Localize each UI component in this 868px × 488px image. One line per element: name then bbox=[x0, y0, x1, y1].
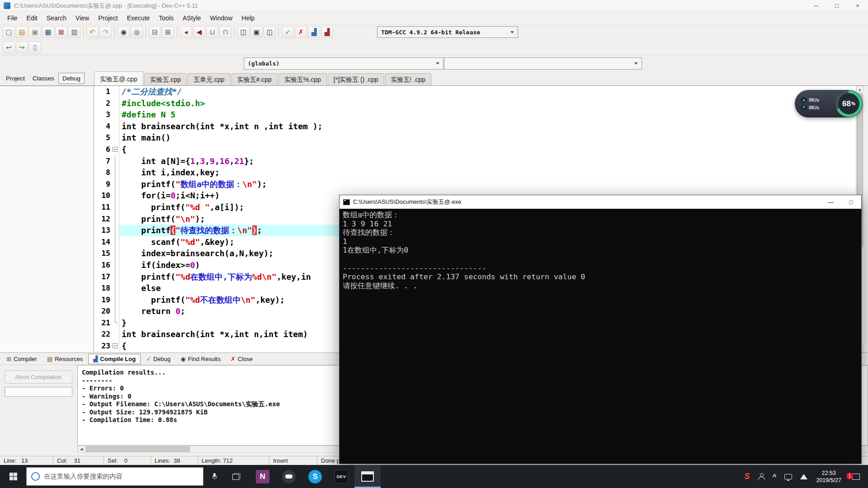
code-line-8[interactable]: 8 int i,index,key; bbox=[94, 167, 856, 178]
taskbar-app-onenote[interactable]: N bbox=[250, 465, 276, 488]
undo-icon[interactable]: ↶ bbox=[86, 26, 99, 38]
editor-tab-6[interactable]: 实验五! .cpp bbox=[385, 73, 431, 85]
save-icon[interactable]: ▣ bbox=[29, 26, 41, 38]
console-body[interactable]: 数组a中的数据：1 3 9 16 21待查找的数据：11在数组中,下标为0 --… bbox=[340, 209, 861, 464]
print-icon[interactable]: ▥ bbox=[68, 26, 80, 38]
project-browser-panel[interactable] bbox=[0, 86, 94, 352]
goto-line-icon[interactable]: ⊞ bbox=[162, 26, 174, 38]
menu-item-project[interactable]: Project bbox=[94, 12, 123, 24]
compiler-profile-select[interactable]: TDM-GCC 4.9.2 64-bit Release bbox=[377, 26, 518, 38]
run-icon[interactable]: ◀ bbox=[193, 26, 205, 38]
find-icon[interactable]: ◉ bbox=[118, 26, 130, 38]
taskbar-app-devcpp[interactable]: DEV bbox=[328, 465, 354, 488]
menu-item-window[interactable]: Window bbox=[205, 12, 237, 24]
menu-item-execute[interactable]: Execute bbox=[123, 12, 155, 24]
globals-combobox[interactable]: (globals) bbox=[244, 57, 443, 70]
menu-item-help[interactable]: Help bbox=[237, 12, 259, 24]
microphone-button[interactable] bbox=[205, 465, 223, 488]
taskbar-app-game[interactable] bbox=[276, 465, 302, 488]
code-line-3[interactable]: 3#define N 5 bbox=[94, 109, 856, 121]
task-view-button[interactable] bbox=[223, 465, 250, 488]
code-line-4[interactable]: 4int brainsearch(int *x,int n ,int item … bbox=[94, 121, 856, 132]
menu-item-view[interactable]: View bbox=[71, 12, 94, 24]
menu-item-astyle[interactable]: AStyle bbox=[178, 12, 205, 24]
taskbar-search-box[interactable]: 在这里输入你要搜索的内容 bbox=[26, 467, 203, 486]
compile-icon[interactable]: ◂ bbox=[180, 26, 192, 38]
action-center-button[interactable]: 1 bbox=[846, 465, 866, 488]
start-button[interactable] bbox=[0, 465, 26, 488]
window-layout-icon[interactable]: ◫ bbox=[264, 26, 276, 38]
close-file-icon[interactable]: ⊠ bbox=[55, 26, 67, 38]
bottom-tab-debug[interactable]: ✓Debug bbox=[142, 354, 175, 364]
editor-tab-1[interactable]: 实验五.cpp bbox=[144, 73, 187, 85]
panel-tab-project[interactable]: Project bbox=[2, 73, 28, 84]
menu-item-edit[interactable]: Edit bbox=[22, 12, 42, 24]
bottom-tab-compile-log[interactable]: ▟Compile Log bbox=[88, 354, 141, 364]
compile-run-icon[interactable]: ⊔ bbox=[206, 26, 218, 38]
bottom-tab-compiler[interactable]: ⊞Compiler bbox=[2, 354, 42, 364]
goto-function-icon[interactable]: ⊟ bbox=[149, 26, 161, 38]
editor-tab-0[interactable]: 实验五@.cpp bbox=[94, 71, 143, 85]
editor-tab-3[interactable]: 实验五#.cpp bbox=[231, 73, 278, 85]
console-title-bar[interactable]: C:\Users\ASUS\Documents\实验五@.exe — □ bbox=[340, 195, 861, 209]
sogou-input-tray-icon[interactable]: S bbox=[741, 465, 754, 488]
members-combobox[interactable] bbox=[444, 57, 642, 70]
editor-tab-5[interactable]: [*]实验五 () .cpp bbox=[328, 73, 384, 85]
minimize-button[interactable]: ─ bbox=[806, 0, 826, 11]
taskbar-app-skype[interactable]: S bbox=[302, 465, 328, 488]
abort-icon[interactable]: ✗ bbox=[295, 26, 307, 38]
code-line-6[interactable]: 6−{ bbox=[94, 144, 856, 155]
panel-tab-debug[interactable]: Debug bbox=[58, 73, 85, 84]
code-line-1[interactable]: 1/*二分法查找*/ bbox=[94, 86, 856, 98]
scroll-up-icon[interactable]: ▲ bbox=[856, 86, 863, 93]
code-line-7[interactable]: 7 int a[N]={1,3,9,16,21}; bbox=[94, 155, 856, 167]
fold-marker-icon[interactable]: − bbox=[113, 343, 118, 348]
code-line-2[interactable]: 2#include<stdio.h> bbox=[94, 98, 856, 109]
open-file-icon[interactable]: ▤ bbox=[16, 26, 28, 38]
people-button[interactable] bbox=[754, 465, 769, 488]
delete-profiling-icon[interactable]: ▟ bbox=[321, 26, 333, 38]
line-number: 13 bbox=[94, 225, 110, 236]
code-token: ;i<N;i++) bbox=[175, 191, 220, 200]
close-button[interactable]: × bbox=[847, 0, 868, 11]
bottom-tab-find-results[interactable]: ◉Find Results bbox=[176, 354, 225, 364]
bottom-tab-close[interactable]: ✗Close bbox=[226, 354, 257, 364]
code-line-9[interactable]: 9 printf("数组a中的数据：\n"); bbox=[94, 178, 856, 190]
report-window-toggle-icon[interactable]: ▣ bbox=[250, 26, 263, 38]
code-token: ) bbox=[252, 225, 257, 235]
file-properties-icon[interactable]: ▯ bbox=[29, 42, 41, 53]
bottom-tab-resources[interactable]: ▤Resources bbox=[42, 354, 87, 364]
console-maximize-button[interactable]: □ bbox=[841, 195, 861, 209]
editor-tab-4[interactable]: 实验五%.cpp bbox=[278, 73, 327, 85]
fold-marker-icon[interactable]: − bbox=[113, 147, 118, 152]
replace-icon[interactable]: ◎ bbox=[131, 26, 143, 38]
abort-compilation-button[interactable]: Abort Compilation bbox=[5, 371, 72, 384]
network-tray-button[interactable] bbox=[796, 465, 811, 488]
menu-item-search[interactable]: Search bbox=[42, 12, 71, 24]
syntax-check-icon[interactable]: ✓ bbox=[282, 26, 294, 38]
rebuild-icon[interactable]: ⊓ bbox=[219, 26, 231, 38]
nav-forward-icon[interactable]: ↪ bbox=[16, 42, 28, 53]
menu-item-file[interactable]: File bbox=[3, 12, 22, 24]
panel-tab-classes[interactable]: Classes bbox=[29, 73, 58, 84]
menu-item-tools[interactable]: Tools bbox=[154, 12, 178, 24]
redo-icon[interactable]: ↷ bbox=[99, 26, 112, 38]
editor-tab-2[interactable]: 五单元.cpp bbox=[188, 73, 230, 85]
maximize-button[interactable]: □ bbox=[826, 0, 847, 11]
scroll-left-icon[interactable]: ◀ bbox=[78, 446, 85, 453]
hscrollbar-thumb[interactable] bbox=[86, 446, 190, 452]
memory-usage-gauge[interactable]: 68 % bbox=[835, 90, 862, 117]
profile-analysis-icon[interactable]: ▟ bbox=[308, 26, 320, 38]
taskbar-clock[interactable]: 22:53 2019/5/27 bbox=[811, 469, 846, 484]
console-window[interactable]: C:\Users\ASUS\Documents\实验五@.exe — □ 数组a… bbox=[339, 195, 862, 464]
new-source-icon[interactable]: ▢ bbox=[3, 26, 15, 38]
project-manager-toggle-icon[interactable]: ◫ bbox=[237, 26, 250, 38]
nav-back-icon[interactable]: ↩ bbox=[3, 42, 15, 53]
taskbar-app-console[interactable] bbox=[354, 465, 381, 488]
tray-overflow-button[interactable]: ^ bbox=[769, 465, 781, 488]
network-speed-widget[interactable]: 0K/s 0K/s 68 % bbox=[795, 90, 863, 117]
code-line-5[interactable]: 5int main() bbox=[94, 132, 856, 144]
save-all-icon[interactable]: ▦ bbox=[42, 26, 54, 38]
console-minimize-button[interactable]: — bbox=[821, 195, 841, 209]
display-tray-button[interactable] bbox=[780, 465, 796, 488]
